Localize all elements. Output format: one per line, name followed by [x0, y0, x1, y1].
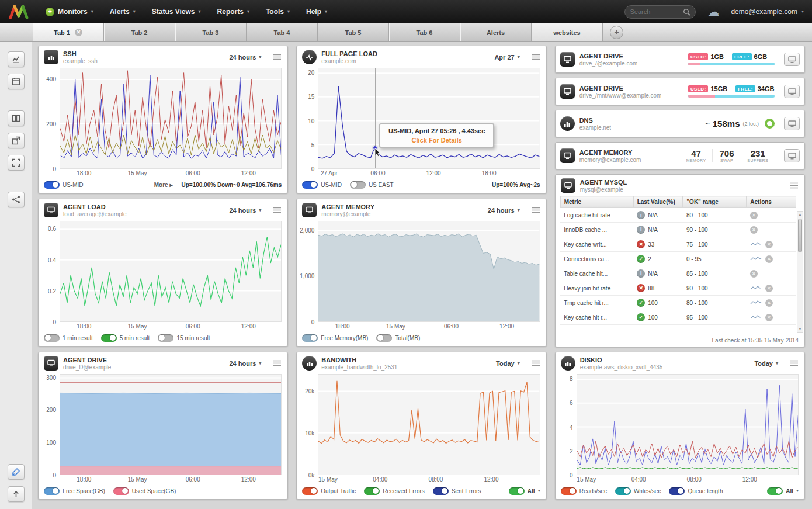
menu-help[interactable]: Help ▾: [306, 8, 327, 16]
period-selector[interactable]: 24 hours▾: [229, 360, 261, 367]
series-filter-all[interactable]: All ▾: [509, 487, 540, 495]
period-selector[interactable]: Today▾: [754, 360, 778, 367]
tab-6[interactable]: Tab 6: [389, 23, 460, 41]
add-tab-button[interactable]: +: [610, 26, 623, 39]
menu-reports[interactable]: Reports ▾: [217, 8, 249, 16]
open-window-button[interactable]: [8, 133, 25, 148]
toggle-used-space-gb-[interactable]: [113, 487, 129, 495]
table-scrollbar[interactable]: ▲ ▼: [797, 211, 803, 333]
open-monitor-icon[interactable]: [784, 85, 800, 98]
toggle-reads-sec[interactable]: [561, 487, 577, 495]
app-logo-icon[interactable]: [8, 4, 30, 20]
toggle-us-mid[interactable]: [44, 181, 60, 189]
tooltip-details-link[interactable]: Click For Details: [385, 137, 488, 144]
drag-handle-dots[interactable]: ....: [157, 342, 169, 347]
remove-metric-icon[interactable]: ✕: [765, 299, 773, 307]
period-selector[interactable]: 24 hours▾: [229, 207, 261, 214]
widget-menu-icon[interactable]: [532, 360, 540, 366]
fullpage-chart-plot[interactable]: US-MID, April 27 05:26 , 4.43sec Click F…: [318, 68, 540, 169]
remove-metric-icon[interactable]: ✕: [765, 241, 773, 248]
memory-chart-plot[interactable]: [318, 221, 540, 322]
scrollbar-thumb[interactable]: [798, 219, 802, 252]
close-tab-icon[interactable]: ✕: [75, 29, 82, 36]
open-monitor-icon[interactable]: [784, 149, 800, 162]
performance-chart-button[interactable]: [8, 51, 25, 67]
calendar-button[interactable]: [8, 74, 25, 89]
toggle-5-min-result[interactable]: [101, 334, 117, 342]
widget-menu-icon[interactable]: [532, 207, 540, 213]
series-filter-all[interactable]: All ▾: [767, 487, 799, 495]
menu-tools[interactable]: Tools ▾: [266, 8, 290, 16]
drag-handle-dots[interactable]: ....: [157, 189, 169, 193]
sparkline-icon[interactable]: [750, 285, 762, 291]
widget-menu-icon[interactable]: [790, 360, 799, 366]
toggle-us-east[interactable]: [350, 181, 366, 189]
open-monitor-icon[interactable]: [784, 117, 800, 130]
period-selector[interactable]: Apr 27▾: [494, 54, 519, 61]
period-selector[interactable]: Today▾: [496, 360, 520, 367]
widget-menu-icon[interactable]: [790, 182, 799, 189]
bandwith-chart-plot[interactable]: [318, 374, 540, 475]
sparkline-icon[interactable]: [750, 241, 762, 247]
widget-menu-icon[interactable]: [273, 54, 282, 60]
drag-handle-dots[interactable]: ....: [157, 495, 169, 500]
remove-metric-icon[interactable]: ✕: [765, 285, 773, 292]
toggle-output-traffic[interactable]: [302, 487, 318, 495]
remove-metric-icon[interactable]: ✕: [750, 270, 758, 278]
toggle-received-errors[interactable]: [364, 487, 380, 495]
collapse-panel-button[interactable]: [8, 486, 25, 502]
remove-metric-icon[interactable]: ✕: [765, 314, 773, 321]
tab-websites[interactable]: websites: [532, 23, 603, 41]
share-button[interactable]: [8, 192, 25, 207]
add-monitor-icon[interactable]: +: [46, 8, 54, 16]
menu-status-views[interactable]: Status Views ▾: [152, 8, 201, 16]
cloud-status-icon[interactable]: ☁: [707, 6, 719, 18]
tab-alerts[interactable]: Alerts: [460, 23, 532, 41]
period-selector[interactable]: 24 hours▾: [488, 207, 520, 214]
all-toggle[interactable]: [509, 487, 525, 495]
all-toggle[interactable]: [767, 487, 783, 495]
column-header-last-value[interactable]: Last Value(%): [633, 196, 683, 208]
column-header-ok-range[interactable]: "OK" range: [683, 196, 747, 208]
toggle-free-memory-mb-[interactable]: [302, 334, 318, 342]
drag-handle-dots[interactable]: ....: [415, 342, 428, 347]
scroll-up-icon[interactable]: ▲: [799, 212, 802, 217]
drag-handle-dots[interactable]: ....: [674, 495, 686, 500]
toggle-sent-errors[interactable]: [433, 487, 449, 495]
remove-metric-icon[interactable]: ✕: [765, 255, 773, 263]
drag-handle-dots[interactable]: ....: [415, 189, 428, 193]
tab-3[interactable]: Tab 3: [175, 23, 247, 41]
load-chart-plot[interactable]: [60, 221, 282, 322]
remove-metric-icon[interactable]: ✕: [750, 212, 758, 219]
menu-monitors[interactable]: + Monitors ▾: [46, 8, 93, 16]
customize-theme-button[interactable]: [8, 464, 25, 480]
toggle-total-mb-[interactable]: [376, 334, 392, 342]
tab-4[interactable]: Tab 4: [247, 23, 318, 41]
widget-menu-icon[interactable]: [273, 360, 282, 366]
tab-2[interactable]: Tab 2: [104, 23, 175, 41]
toggle-writes-sec[interactable]: [615, 487, 631, 495]
tab-5[interactable]: Tab 5: [318, 23, 389, 41]
menu-alerts[interactable]: Alerts ▾: [110, 8, 136, 16]
column-header-actions[interactable]: Actions: [747, 196, 796, 208]
drive-chart-plot[interactable]: [60, 374, 282, 475]
layout-columns-button[interactable]: [8, 110, 25, 126]
search-input[interactable]: [630, 8, 681, 15]
toggle-free-space-gb-[interactable]: [44, 487, 60, 495]
column-header-metric[interactable]: Metric: [560, 196, 633, 208]
sparkline-icon[interactable]: [750, 300, 762, 306]
fullscreen-button[interactable]: [8, 155, 25, 171]
remove-metric-icon[interactable]: ✕: [750, 226, 758, 234]
toggle-1-min-result[interactable]: [44, 334, 60, 342]
sparkline-icon[interactable]: [750, 256, 762, 262]
user-menu[interactable]: demo@example.com ▾: [731, 8, 804, 16]
drag-handle-dots[interactable]: ....: [415, 495, 428, 500]
sparkline-icon[interactable]: [750, 314, 762, 320]
search-icon[interactable]: [683, 8, 690, 16]
widget-menu-icon[interactable]: [532, 54, 540, 60]
tab-1[interactable]: Tab 1 ✕: [33, 23, 104, 41]
open-monitor-icon[interactable]: [784, 53, 800, 66]
widget-menu-icon[interactable]: [273, 207, 282, 213]
toggle-us-mid[interactable]: [302, 181, 318, 189]
period-selector[interactable]: 24 hours▾: [229, 54, 261, 61]
